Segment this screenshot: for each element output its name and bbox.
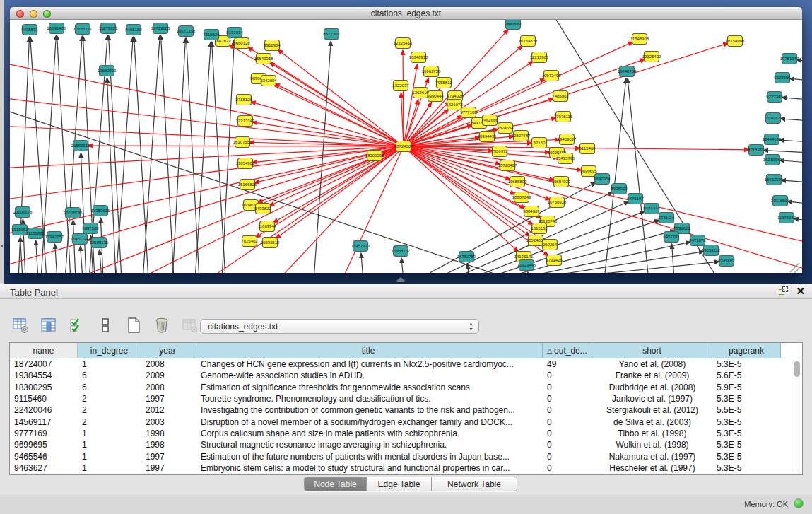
graph-node[interactable]: 9329966 <box>774 73 791 83</box>
graph-node[interactable]: 8471676 <box>689 235 706 246</box>
graph-node[interactable]: 7462666 <box>481 115 498 126</box>
graph-node[interactable]: 1640954 <box>594 174 611 185</box>
graph-node[interactable]: 7386372 <box>491 146 508 157</box>
graph-node[interactable]: 20691406 <box>47 23 66 34</box>
graph-node[interactable]: 12923446 <box>517 260 536 271</box>
graph-node[interactable]: 9245652 <box>718 256 735 267</box>
table-row[interactable]: 1872400712008Changes of HCN gene express… <box>10 358 802 370</box>
graph-node[interactable]: 8938923 <box>611 184 628 194</box>
graph-node[interactable]: 12213967 <box>530 52 549 63</box>
memory-status-icon[interactable] <box>794 498 804 508</box>
graph-node[interactable]: 16961758 <box>422 66 441 77</box>
graph-node[interactable]: 8466160 <box>125 25 142 35</box>
graph-node[interactable]: 12213343 <box>236 116 255 127</box>
graph-node[interactable]: 9777169 <box>460 107 477 118</box>
graph-node[interactable]: 15692971 <box>765 175 784 185</box>
float-panel-icon[interactable] <box>779 286 789 296</box>
graph-node[interactable]: 19463627 <box>558 134 577 145</box>
table-vertical-scrollbar[interactable] <box>792 360 801 473</box>
column-header-short[interactable]: short <box>592 343 712 358</box>
column-visibility-icon[interactable] <box>40 316 58 334</box>
graph-node[interactable]: 13654982 <box>236 158 255 169</box>
graph-node[interactable]: 9474444 <box>643 204 660 214</box>
scrollbar-thumb[interactable] <box>794 361 800 377</box>
network-table-selector[interactable]: citations_edges.txt ▲▼ <box>200 319 479 334</box>
table-row[interactable]: 969969511998Structural magnetic resonanc… <box>10 439 802 450</box>
graph-node[interactable]: 10807487 <box>512 131 531 141</box>
graph-node[interactable]: 16648784 <box>618 66 637 77</box>
new-table-icon[interactable] <box>124 316 143 334</box>
graph-node[interactable]: 1621072 <box>446 100 463 110</box>
graph-node[interactable]: 10719185 <box>151 23 170 34</box>
graph-node[interactable]: 8215955 <box>748 145 765 156</box>
graph-node[interactable]: 16640910 <box>409 52 428 63</box>
graph-node[interactable]: 10654112 <box>702 245 721 256</box>
graph-node[interactable]: 18724007 <box>394 141 413 152</box>
graph-node[interactable]: 9457791 <box>663 232 680 243</box>
graph-node[interactable]: 16543358 <box>254 54 273 64</box>
graph-node[interactable]: 5493822 <box>254 204 271 214</box>
graph-node[interactable]: 15720407 <box>498 160 517 171</box>
close-panel-icon[interactable]: ✕ <box>796 286 805 296</box>
graph-node[interactable]: 17359926 <box>91 206 110 216</box>
graph-node[interactable]: 16782759 <box>457 252 476 262</box>
graph-node[interactable]: 3824554 <box>497 123 514 134</box>
graph-node[interactable]: 15166825 <box>238 180 257 190</box>
graph-node[interactable]: 16154838 <box>519 36 538 47</box>
graph-node[interactable]: 8572302 <box>323 29 340 40</box>
graph-node[interactable]: 2887682 <box>505 20 522 30</box>
graph-node[interactable]: 9115460 <box>579 144 596 154</box>
graph-node[interactable]: 9097588 <box>82 223 99 234</box>
table-options-icon[interactable] <box>11 316 30 334</box>
graph-node[interactable]: 6479197 <box>627 194 644 204</box>
graph-node[interactable]: 15276021 <box>99 23 118 34</box>
graph-node[interactable]: 16107552 <box>233 137 252 148</box>
graph-node[interactable]: 12505135 <box>90 238 109 248</box>
graph-node[interactable]: 9990444 <box>427 91 444 102</box>
graph-node[interactable]: 1322037 <box>392 81 409 91</box>
graph-node[interactable]: 10154908 <box>726 36 745 47</box>
graph-node[interactable]: 11451194 <box>71 234 89 245</box>
graph-node[interactable]: 17975115 <box>554 112 573 122</box>
graph-node[interactable]: 9884067 <box>523 206 540 217</box>
graph-node[interactable]: 12444130 <box>763 134 782 145</box>
graph-node[interactable]: 13942757 <box>45 232 64 243</box>
graph-node[interactable]: 9660128 <box>233 38 250 49</box>
column-header-in-degree[interactable]: in_degree <box>78 343 141 358</box>
graph-node[interactable]: 10958107 <box>392 246 411 257</box>
table-row[interactable]: 977716911998Corpus callosum shape and si… <box>10 428 802 439</box>
graph-node[interactable]: 11609944 <box>258 221 277 232</box>
network-view-window[interactable]: citations_edges.txt 18724007183002951322… <box>10 7 802 273</box>
graph-node[interactable]: 16993510 <box>261 238 280 248</box>
tab-edge-table[interactable]: Edge Table <box>367 477 432 491</box>
network-canvas[interactable]: 1872400718300295132203712325413166409101… <box>10 20 802 273</box>
graph-node[interactable]: 252254 <box>543 240 558 250</box>
graph-node[interactable]: 17016504 <box>771 196 790 206</box>
graph-node[interactable]: 16671358 <box>177 26 196 37</box>
graph-node[interactable]: 7485063 <box>552 91 569 102</box>
graph-node[interactable]: 20364436 <box>478 132 497 142</box>
table-row[interactable]: 946554611997Estimation of the future num… <box>10 450 802 462</box>
table-row[interactable]: 911546021997Tourette syndrome. Phenomeno… <box>10 393 802 404</box>
graph-node[interactable]: 20206536 <box>64 208 83 218</box>
graph-node[interactable]: 9405571 <box>21 25 38 35</box>
graph-node[interactable]: 12325413 <box>394 38 413 49</box>
column-header-name[interactable]: name <box>10 343 78 358</box>
delete-table-icon[interactable] <box>153 316 171 334</box>
graph-node[interactable]: 1733426 <box>546 255 563 266</box>
table-row[interactable]: 2242004622012Investigating the contribut… <box>10 404 802 416</box>
table-row[interactable]: 1938455462009Genome-wide association stu… <box>10 370 802 381</box>
graph-node[interactable]: 7955812 <box>435 78 452 88</box>
graph-node[interactable]: 18807249 <box>512 192 531 203</box>
graph-node[interactable]: 19654923 <box>552 177 571 187</box>
graph-node[interactable]: 8131014 <box>226 28 243 38</box>
graph-node[interactable]: 12093822 <box>764 113 783 124</box>
graph-node[interactable]: 62160 <box>532 138 547 148</box>
graph-node[interactable]: 3912954 <box>264 40 281 51</box>
table-row[interactable]: 1830029562008Estimation of significance … <box>10 382 802 393</box>
graph-node[interactable]: 10688809 <box>508 177 527 187</box>
graph-node[interactable]: 20206578 <box>13 207 33 218</box>
table-body[interactable]: 1872400712008Changes of HCN gene express… <box>10 358 802 474</box>
column-header-pagerank[interactable]: pagerank <box>712 343 781 358</box>
graph-node[interactable]: 2342004 <box>260 76 277 86</box>
